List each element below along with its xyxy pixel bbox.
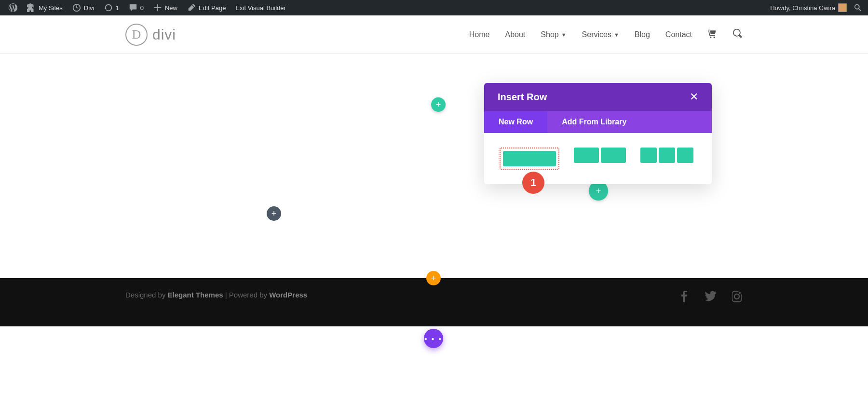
nav-home[interactable]: Home <box>469 30 490 39</box>
nav-contact[interactable]: Contact <box>665 30 692 39</box>
nav-services[interactable]: Services ▼ <box>582 30 619 39</box>
nav-shop-label: Shop <box>541 30 558 39</box>
comments-count: 0 <box>140 4 144 12</box>
admin-search[interactable] <box>852 0 864 15</box>
footer-credits: Designed by Elegant Themes | Powered by … <box>125 291 307 299</box>
column-layout-1[interactable]: 1 <box>500 148 559 170</box>
dashboard-icon <box>72 3 81 12</box>
logo-mark: D <box>125 24 148 46</box>
admin-bar-right: Howdy, Christina Gwira <box>765 0 864 15</box>
site-search-icon[interactable] <box>732 28 743 40</box>
howdy-label: Howdy, Christina Gwira <box>770 4 835 12</box>
chevron-down-icon: ▼ <box>614 32 619 38</box>
exit-vb-link[interactable]: Exit Visual Builder <box>231 0 291 15</box>
nav-about[interactable]: About <box>505 30 526 39</box>
builder-canvas: + + + Insert Row ✕ New Row Add From Libr… <box>0 54 868 278</box>
column-layout-3[interactable] <box>640 148 693 170</box>
my-sites-label: My Sites <box>39 4 63 12</box>
new-label: New <box>165 4 177 12</box>
column-block <box>659 148 675 163</box>
modal-tabs: New Row Add From Library <box>484 111 712 133</box>
modal-title: Insert Row <box>498 92 547 103</box>
column-block <box>640 148 657 163</box>
insert-row-modal: Insert Row ✕ New Row Add From Library 1 <box>484 83 712 184</box>
updates-count: 1 <box>116 4 119 12</box>
comments-link[interactable]: 0 <box>124 0 149 15</box>
wp-logo[interactable] <box>4 0 22 15</box>
close-icon[interactable]: ✕ <box>690 91 698 103</box>
updates-link[interactable]: 1 <box>99 0 124 15</box>
instagram-icon[interactable] <box>731 291 743 302</box>
nav-blog[interactable]: Blog <box>635 30 650 39</box>
add-row-below-button[interactable]: + <box>589 181 608 201</box>
wordpress-link[interactable]: WordPress <box>269 291 307 299</box>
add-section-button[interactable]: + <box>426 271 441 285</box>
modal-body: 1 <box>484 133 712 184</box>
logo-text: divi <box>152 27 176 43</box>
facebook-icon[interactable] <box>679 291 691 302</box>
update-icon <box>104 3 113 12</box>
site-name-link[interactable]: Divi <box>68 0 99 15</box>
primary-nav: Home About Shop ▼ Services ▼ Blog Contac… <box>469 28 743 40</box>
tab-add-from-library[interactable]: Add From Library <box>547 111 641 133</box>
home-icon <box>27 3 36 12</box>
column-block <box>574 148 599 163</box>
add-row-button[interactable]: + <box>431 97 446 112</box>
column-block <box>601 148 626 163</box>
builder-menu-button[interactable]: ● ● ● <box>424 329 443 348</box>
exit-vb-label: Exit Visual Builder <box>235 4 286 12</box>
designed-by-label: Designed by <box>125 291 168 299</box>
column-block <box>677 148 693 163</box>
my-sites-link[interactable]: My Sites <box>22 0 68 15</box>
site-header: D divi Home About Shop ▼ Services ▼ Blog… <box>0 15 868 54</box>
wp-admin-bar: My Sites Divi 1 0 New <box>0 0 868 15</box>
add-module-button[interactable]: + <box>267 206 281 221</box>
pencil-icon <box>187 3 196 12</box>
column-block <box>503 151 556 166</box>
nav-services-label: Services <box>582 30 611 39</box>
social-links <box>679 291 743 302</box>
column-layout-2[interactable] <box>574 148 626 170</box>
howdy-link[interactable]: Howdy, Christina Gwira <box>765 0 852 15</box>
site-logo[interactable]: D divi <box>125 24 176 46</box>
elegant-themes-link[interactable]: Elegant Themes <box>168 291 223 299</box>
avatar <box>838 3 847 12</box>
chevron-down-icon: ▼ <box>561 32 567 38</box>
comment-icon <box>129 3 137 12</box>
edit-page-label: Edit Page <box>199 4 226 12</box>
site-footer: Designed by Elegant Themes | Powered by … <box>0 278 868 326</box>
tab-new-row[interactable]: New Row <box>484 111 547 133</box>
modal-header: Insert Row ✕ <box>484 83 712 111</box>
separator: | Powered by <box>223 291 270 299</box>
nav-shop[interactable]: Shop ▼ <box>541 30 566 39</box>
twitter-icon[interactable] <box>705 291 717 302</box>
wordpress-icon <box>9 3 17 12</box>
search-icon <box>854 3 862 12</box>
annotation-badge-1: 1 <box>522 172 544 194</box>
admin-bar-left: My Sites Divi 1 0 New <box>4 0 291 15</box>
cart-icon[interactable] <box>707 29 717 40</box>
plus-icon <box>153 3 162 12</box>
site-name-label: Divi <box>84 4 95 12</box>
edit-page-link[interactable]: Edit Page <box>182 0 231 15</box>
new-link[interactable]: New <box>149 0 182 15</box>
